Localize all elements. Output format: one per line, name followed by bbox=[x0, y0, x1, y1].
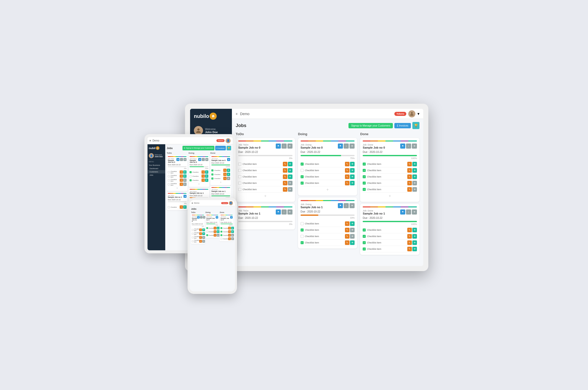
phone-edit-btn[interactable]: ✎ bbox=[214, 230, 216, 233]
phone-edit-btn[interactable]: ✎ bbox=[228, 227, 231, 229]
phone-edit-btn[interactable]: ✎ bbox=[228, 237, 231, 240]
tablet-sidebar-item-business[interactable]: Your Business bbox=[148, 164, 165, 167]
view-checklist-button[interactable]: 👁 bbox=[350, 228, 355, 232]
edit-checklist-button[interactable]: ✎ bbox=[407, 247, 412, 251]
checkbox[interactable] bbox=[238, 175, 241, 178]
view-checklist-button[interactable]: 👁 bbox=[412, 240, 417, 245]
phone-tokens-badge[interactable]: Tokens bbox=[221, 202, 228, 204]
tablet-sidebar-item-dashboard[interactable]: Dashboard bbox=[148, 167, 165, 170]
checkbox[interactable] bbox=[238, 182, 241, 185]
checkbox[interactable] bbox=[301, 222, 304, 225]
tablet-edit-btn[interactable]: ✎ bbox=[201, 179, 205, 182]
tablet-flag-button[interactable]: ⚑ bbox=[183, 195, 187, 198]
phone-view-button[interactable]: 👁 bbox=[203, 216, 205, 219]
flag-button[interactable]: ⚑ bbox=[400, 209, 405, 215]
phone-flag-button[interactable]: ⚑ bbox=[197, 216, 200, 219]
tablet-edit-cl-btn[interactable]: ✎ bbox=[180, 179, 183, 182]
tablet-trophy-button[interactable]: 🏆 bbox=[227, 146, 231, 150]
phone-edit-btn[interactable]: ✎ bbox=[228, 234, 231, 237]
phone-view-btn[interactable]: 👁 bbox=[217, 227, 219, 229]
tokens-badge[interactable]: Tokens bbox=[394, 112, 406, 116]
tablet-add-button[interactable]: + bbox=[190, 182, 208, 186]
tablet-view-btn[interactable]: 👁 bbox=[227, 169, 230, 172]
tablet-view-cl-btn[interactable]: 👁 bbox=[183, 183, 187, 186]
checkbox[interactable]: ✓ bbox=[363, 163, 366, 166]
edit-checklist-button[interactable]: ✎ bbox=[283, 174, 287, 179]
edit-checklist-button[interactable]: ✎ bbox=[345, 181, 350, 185]
checkbox[interactable]: ✓ bbox=[363, 188, 366, 191]
edit-checklist-button[interactable]: ✎ bbox=[283, 162, 287, 166]
tablet-info-button[interactable]: i bbox=[180, 158, 183, 161]
tablet-edit-cl-btn[interactable]: ✎ bbox=[180, 170, 183, 174]
tablet-sidebar-item-jobs[interactable]: Jobs bbox=[148, 173, 165, 177]
view-button[interactable]: 👁 bbox=[350, 144, 355, 149]
view-checklist-button[interactable]: 👁 bbox=[412, 234, 417, 239]
view-checklist-button[interactable]: 👁 bbox=[412, 162, 417, 166]
tablet-edit-btn[interactable]: ✎ bbox=[223, 169, 227, 172]
edit-checklist-button[interactable]: ✎ bbox=[407, 228, 412, 232]
edit-checklist-button[interactable]: ✎ bbox=[407, 181, 412, 185]
view-checklist-button[interactable]: 👁 bbox=[350, 168, 355, 173]
hamburger-icon[interactable]: ≡ bbox=[236, 112, 237, 116]
view-button[interactable]: 👁 bbox=[412, 209, 417, 215]
info-button[interactable]: i bbox=[344, 203, 349, 208]
view-checklist-button[interactable]: 👁 bbox=[288, 174, 292, 179]
view-checklist-button[interactable]: 👁 bbox=[350, 240, 355, 245]
view-checklist-button[interactable]: 👁 bbox=[350, 174, 355, 179]
edit-checklist-button[interactable]: ✎ bbox=[345, 240, 350, 245]
edit-checklist-button[interactable]: ✎ bbox=[345, 174, 350, 179]
tablet-sidebar-item-customers[interactable]: Customers bbox=[148, 170, 165, 173]
phone-view-btn[interactable]: 👁 bbox=[231, 230, 234, 233]
view-checklist-button[interactable]: 👁 bbox=[412, 247, 417, 251]
tablet-view-cl-btn[interactable]: 👁 bbox=[183, 174, 187, 178]
info-button[interactable]: i bbox=[344, 144, 349, 149]
tablet-flag-button[interactable]: ⚑ bbox=[227, 158, 230, 161]
flag-button[interactable]: ⚑ bbox=[338, 203, 343, 208]
checkbox[interactable]: ✓ bbox=[363, 169, 366, 172]
edit-checklist-button[interactable]: ✎ bbox=[345, 228, 350, 232]
info-button[interactable]: i bbox=[282, 144, 287, 149]
tablet-view-cl-btn[interactable]: 👁 bbox=[183, 179, 187, 182]
view-checklist-button[interactable]: 👁 bbox=[350, 162, 355, 166]
edit-checklist-button[interactable]: ✎ bbox=[407, 240, 412, 245]
tablet-view-btn[interactable]: 👁 bbox=[183, 205, 187, 209]
edit-checklist-button[interactable]: ✎ bbox=[407, 187, 412, 192]
checkbox[interactable]: ✓ bbox=[363, 247, 366, 251]
flag-button[interactable]: ⚑ bbox=[276, 144, 281, 149]
view-checklist-button[interactable]: 👁 bbox=[288, 181, 292, 185]
tablet-tokens-badge[interactable]: Tokens bbox=[216, 139, 225, 142]
edit-checklist-button[interactable]: ✎ bbox=[283, 187, 287, 192]
tablet-edit-btn[interactable]: ✎ bbox=[223, 177, 227, 180]
view-button[interactable]: 👁 bbox=[412, 144, 417, 149]
tablet-view-btn[interactable]: 👁 bbox=[205, 179, 208, 182]
edit-checklist-button[interactable]: ✎ bbox=[345, 162, 350, 166]
tablet-checkbox[interactable] bbox=[168, 183, 170, 185]
tablet-view-btn[interactable]: 👁 bbox=[205, 174, 208, 178]
checkbox[interactable]: ✓ bbox=[301, 163, 304, 166]
tablet-edit-btn[interactable]: ✎ bbox=[223, 173, 227, 176]
phone-edit-btn[interactable]: ✎ bbox=[199, 232, 202, 235]
checkbox[interactable]: ✓ bbox=[363, 228, 366, 232]
tablet-edit-btn[interactable]: ✎ bbox=[201, 170, 205, 174]
checkbox[interactable]: ✓ bbox=[363, 235, 366, 238]
tablet-edit-btn[interactable]: ✎ bbox=[201, 174, 205, 178]
checkbox[interactable]: ✓ bbox=[363, 182, 366, 185]
phone-flag-button[interactable]: ⚑ bbox=[230, 216, 233, 219]
phone-hamburger-icon[interactable]: ≡ bbox=[192, 202, 193, 204]
edit-checklist-button[interactable]: ✎ bbox=[345, 221, 350, 226]
phone-view-btn[interactable]: 👁 bbox=[231, 237, 234, 240]
edit-checklist-button[interactable]: ✎ bbox=[345, 168, 350, 173]
view-checklist-button[interactable]: 👁 bbox=[412, 181, 417, 185]
invoices-button[interactable]: £ Invoices bbox=[394, 123, 411, 128]
tablet-view-btn[interactable]: 👁 bbox=[227, 173, 230, 176]
phone-view-btn[interactable]: 👁 bbox=[202, 240, 205, 243]
signup-customers-button[interactable]: Signup to Manage your Customers bbox=[348, 123, 393, 128]
tablet-view-button[interactable]: 👁 bbox=[205, 158, 208, 161]
phone-flag-button[interactable]: ⚑ bbox=[216, 216, 218, 219]
edit-checklist-button[interactable]: ✎ bbox=[407, 168, 412, 173]
tablet-edit-cl-btn[interactable]: ✎ bbox=[180, 174, 183, 178]
edit-checklist-button[interactable]: ✎ bbox=[407, 234, 412, 239]
phone-view-btn[interactable]: 👁 bbox=[217, 234, 219, 237]
info-button[interactable]: i bbox=[406, 209, 411, 215]
tablet-add-button[interactable]: + bbox=[168, 186, 187, 190]
